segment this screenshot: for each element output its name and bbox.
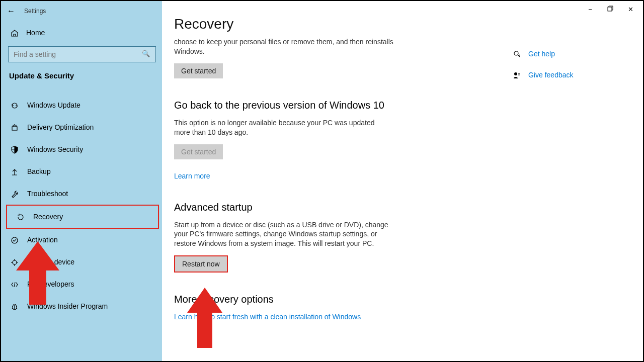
sidebar-item-backup[interactable]: Backup — [1, 160, 162, 183]
window-frame: ← Settings Home 🔍 Update & Security Wind… — [0, 0, 644, 362]
sidebar-item-label: Troubleshoot — [27, 190, 68, 198]
give-feedback-link[interactable]: Give feedback — [512, 70, 628, 79]
advanced-description: Start up from a device or disc (such as … — [174, 220, 400, 249]
goback-get-started-button: Get started — [174, 144, 223, 159]
svg-point-6 — [514, 72, 517, 75]
get-help-link[interactable]: Get help — [512, 49, 628, 58]
help-icon — [512, 49, 521, 58]
annotation-arrow-restart — [187, 288, 222, 348]
search-icon: 🔍 — [142, 50, 150, 57]
goback-heading: Go back to the previous version of Windo… — [174, 100, 395, 111]
right-rail: placeholder Get help Give feedback — [512, 29, 628, 79]
sidebar-item-recovery[interactable]: Recovery — [6, 205, 159, 229]
advanced-heading: Advanced startup — [174, 202, 395, 213]
svg-rect-0 — [12, 127, 17, 130]
delivery-icon — [10, 123, 19, 132]
sidebar-home[interactable]: Home — [1, 19, 162, 46]
sidebar-item-label: Delivery Optimization — [27, 123, 94, 131]
annotation-arrow-recovery — [15, 241, 60, 306]
feedback-icon — [512, 70, 521, 79]
sidebar: ← Settings Home 🔍 Update & Security Wind… — [1, 1, 162, 361]
home-icon — [10, 28, 19, 37]
sidebar-item-windows-security[interactable]: Windows Security — [1, 138, 162, 160]
get-help-label: Get help — [528, 50, 555, 58]
sidebar-item-windows-update[interactable]: Windows Update — [1, 94, 162, 116]
reset-get-started-button[interactable]: Get started — [174, 63, 223, 78]
window-title: Settings — [24, 8, 46, 15]
restart-now-button[interactable]: Restart now — [174, 255, 228, 273]
sidebar-group-heading: Update & Security — [1, 71, 162, 80]
sidebar-item-label: Recovery — [33, 213, 63, 221]
wrench-icon — [10, 189, 19, 198]
reset-description: choose to keep your personal files or re… — [174, 37, 395, 56]
sidebar-item-label: Windows Update — [27, 101, 80, 109]
sidebar-item-delivery-optimization[interactable]: Delivery Optimization — [1, 116, 162, 138]
main-content: Recovery choose to keep your personal fi… — [162, 1, 643, 361]
recovery-icon — [16, 212, 25, 221]
sync-icon — [10, 101, 19, 110]
back-arrow-icon[interactable]: ← — [7, 7, 15, 16]
sidebar-item-label: Windows Security — [27, 145, 83, 153]
sidebar-home-label: Home — [26, 29, 45, 37]
goback-description: This option is no longer available becau… — [174, 118, 385, 137]
svg-point-5 — [514, 51, 518, 55]
goback-learn-more-link[interactable]: Learn more — [174, 172, 210, 180]
give-feedback-label: Give feedback — [528, 71, 574, 79]
sidebar-item-label: Backup — [27, 167, 51, 175]
titlebar-left: ← Settings — [1, 3, 162, 19]
backup-icon — [10, 167, 19, 176]
search-input[interactable] — [8, 46, 156, 62]
sidebar-item-troubleshoot[interactable]: Troubleshoot — [1, 183, 162, 205]
shield-icon — [10, 145, 19, 154]
